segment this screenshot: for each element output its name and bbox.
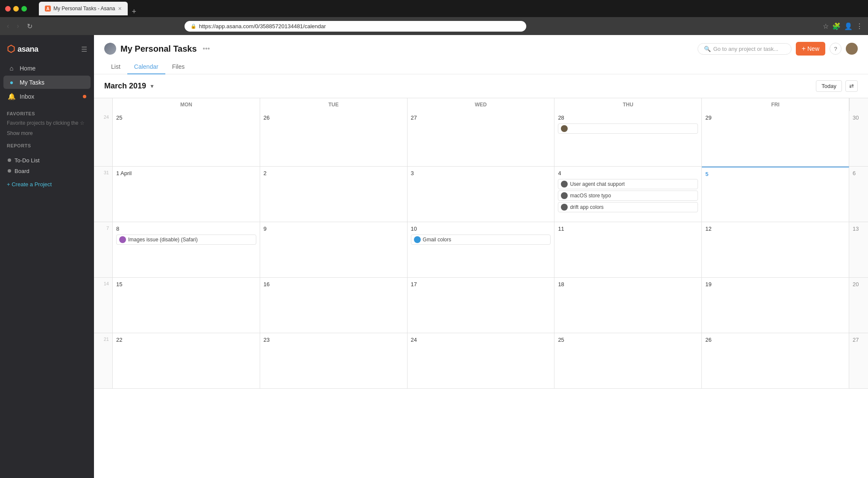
address-bar[interactable]: 🔒 https://app.asana.com/0/35885720134481… bbox=[185, 21, 526, 32]
minimize-button[interactable] bbox=[13, 6, 19, 12]
active-tab[interactable]: A My Personal Tasks - Asana ✕ bbox=[39, 2, 128, 15]
task-chip-user-agent[interactable]: User agent chat support bbox=[558, 179, 698, 189]
close-button[interactable] bbox=[5, 6, 11, 12]
calendar-cell-mar25[interactable]: 25 bbox=[113, 111, 260, 166]
tab-calendar[interactable]: Calendar bbox=[127, 60, 165, 74]
calendar-view-button[interactable]: ⇄ bbox=[845, 80, 858, 92]
title-more-button[interactable]: ••• bbox=[201, 44, 212, 53]
tab-close-icon[interactable]: ✕ bbox=[118, 6, 122, 12]
calendar-cell-apr18[interactable]: 18 bbox=[554, 278, 702, 333]
calendar-cell-apr22[interactable]: 22 bbox=[113, 333, 260, 388]
today-button[interactable]: Today bbox=[816, 80, 842, 92]
favorites-hint-text: Favorite projects by clicking the ☆ bbox=[0, 118, 94, 129]
task-chip-drift[interactable]: drift app colors bbox=[558, 202, 698, 212]
calendar-cell-apr12[interactable]: 12 bbox=[702, 222, 849, 277]
calendar-cell-apr6[interactable]: 6 bbox=[849, 167, 868, 222]
day-number: 22 bbox=[116, 337, 256, 343]
sidebar-item-inbox[interactable]: 🔔 Inbox bbox=[3, 90, 91, 103]
calendar-cell-mar28[interactable]: 28 bbox=[554, 111, 702, 166]
calendar-cell-apr9[interactable]: 9 bbox=[260, 222, 408, 277]
project-avatar bbox=[104, 43, 116, 55]
day-number: 8 bbox=[116, 226, 256, 232]
address-text: https://app.asana.com/0/35885720134481/c… bbox=[199, 23, 520, 29]
back-button[interactable]: ‹ bbox=[5, 21, 11, 31]
new-tab-button[interactable]: + bbox=[129, 8, 140, 15]
day-number: 24 bbox=[411, 337, 551, 343]
calendar-cell-apr15[interactable]: 15 bbox=[113, 278, 260, 333]
search-placeholder: Go to any project or task... bbox=[713, 46, 778, 52]
menu-icon[interactable]: ⋮ bbox=[856, 22, 863, 30]
calendar-cell-mar26[interactable]: 26 bbox=[260, 111, 408, 166]
day-number: 27 bbox=[411, 114, 551, 121]
calendar-cell-apr25[interactable]: 25 bbox=[554, 333, 702, 388]
sidebar-item-home-label: Home bbox=[20, 65, 86, 72]
help-button[interactable]: ? bbox=[830, 43, 842, 55]
sidebar-item-my-tasks[interactable]: ● My Tasks bbox=[3, 76, 91, 89]
calendar-cell-mar30[interactable]: 30 bbox=[849, 111, 868, 166]
extensions-icon[interactable]: 🧩 bbox=[832, 22, 841, 30]
user-avatar[interactable] bbox=[846, 43, 858, 55]
task-label-user-agent: User agent chat support bbox=[570, 181, 625, 187]
day-number: 1 April bbox=[116, 170, 256, 176]
day-number: 25 bbox=[558, 337, 698, 343]
asana-logo: ⬡ asana bbox=[7, 44, 38, 55]
calendar-cell-apr4[interactable]: 4 User agent chat support macOS store ty… bbox=[554, 167, 702, 222]
reload-button[interactable]: ↻ bbox=[25, 21, 34, 31]
sidebar-item-board[interactable]: Board bbox=[3, 166, 91, 176]
asana-logo-text: asana bbox=[18, 45, 38, 54]
task-avatar bbox=[561, 181, 568, 188]
traffic-lights bbox=[5, 6, 27, 12]
calendar-cell-apr2[interactable]: 2 bbox=[260, 167, 408, 222]
day-number: 9 bbox=[264, 226, 404, 232]
search-box[interactable]: 🔍 Go to any project or task... bbox=[698, 43, 792, 55]
new-button[interactable]: + New bbox=[796, 42, 825, 56]
main-content: My Personal Tasks ••• 🔍 Go to any projec… bbox=[94, 35, 868, 478]
calendar-cell-apr3[interactable]: 3 bbox=[408, 167, 555, 222]
maximize-button[interactable] bbox=[21, 6, 27, 12]
task-chip-gmail[interactable]: Gmail colors bbox=[411, 235, 551, 245]
task-label-gmail: Gmail colors bbox=[423, 237, 452, 243]
task-chip-macos[interactable]: macOS store typo bbox=[558, 191, 698, 201]
user-profile-icon[interactable]: 👤 bbox=[844, 22, 853, 30]
sidebar-toggle-icon[interactable]: ☰ bbox=[81, 45, 87, 53]
day-number: 30 bbox=[853, 114, 865, 121]
board-dot bbox=[8, 169, 11, 173]
calendar-cell-apr20[interactable]: 20 bbox=[849, 278, 868, 333]
calendar-cell-apr11[interactable]: 11 bbox=[554, 222, 702, 277]
day-number: 25 bbox=[116, 114, 256, 121]
inbox-icon: 🔔 bbox=[8, 93, 15, 100]
calendar-cell-apr26[interactable]: 26 bbox=[702, 333, 849, 388]
calendar-cell-apr13[interactable]: 13 bbox=[849, 222, 868, 277]
calendar-cell-apr19[interactable]: 19 bbox=[702, 278, 849, 333]
task-avatar bbox=[561, 192, 568, 199]
calendar-cell-apr17[interactable]: 17 bbox=[408, 278, 555, 333]
week-num-header bbox=[94, 98, 113, 111]
browser-chrome: A My Personal Tasks - Asana ✕ + ‹ › ↻ 🔒 … bbox=[0, 0, 868, 35]
day-header-wed: Wed bbox=[408, 98, 555, 111]
calendar-cell-apr10[interactable]: 10 Gmail colors bbox=[408, 222, 555, 277]
calendar-cell-mar27[interactable]: 27 bbox=[408, 111, 555, 166]
calendar-cell-mar29[interactable]: 29 bbox=[702, 111, 849, 166]
calendar-container: March 2019 ▼ Today ⇄ Mon Tue Wed Thu Fri bbox=[94, 74, 868, 478]
calendar-cell-apr8[interactable]: 8 Images issue (disable) (Safari) bbox=[113, 222, 260, 277]
calendar-cell-apr16[interactable]: 16 bbox=[260, 278, 408, 333]
task-chip-images[interactable]: Images issue (disable) (Safari) bbox=[116, 235, 256, 245]
calendar-cell-apr5[interactable]: 5 bbox=[702, 167, 849, 222]
calendar-cell-apr24[interactable]: 24 bbox=[408, 333, 555, 388]
day-number: 19 bbox=[705, 281, 845, 287]
calendar-prev-arrow[interactable]: ▼ bbox=[150, 83, 155, 89]
calendar-header-row: Mon Tue Wed Thu Fri bbox=[94, 98, 868, 111]
create-project-button[interactable]: + Create a Project bbox=[0, 178, 94, 191]
show-more-button[interactable]: Show more bbox=[0, 129, 94, 138]
bookmark-icon[interactable]: ☆ bbox=[823, 22, 829, 30]
tab-list[interactable]: List bbox=[104, 60, 127, 74]
calendar-cell-apr27[interactable]: 27 bbox=[849, 333, 868, 388]
sidebar-item-todo[interactable]: To-Do List bbox=[3, 155, 91, 166]
calendar-cell-apr23[interactable]: 23 bbox=[260, 333, 408, 388]
calendar-cell-apr1[interactable]: 1 April bbox=[113, 167, 260, 222]
task-chip[interactable] bbox=[558, 123, 698, 134]
sidebar-item-home[interactable]: ⌂ Home bbox=[3, 62, 91, 75]
tab-files[interactable]: Files bbox=[165, 60, 192, 74]
task-label-drift: drift app colors bbox=[570, 204, 604, 210]
forward-button[interactable]: › bbox=[15, 21, 21, 31]
